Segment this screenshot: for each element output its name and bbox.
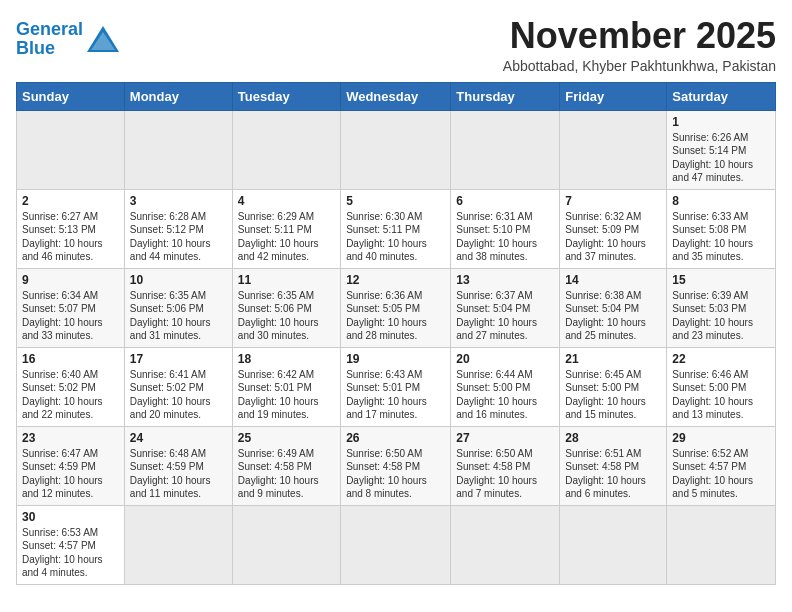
day-number: 3 <box>130 194 227 208</box>
day-info: Sunrise: 6:37 AMSunset: 5:04 PMDaylight:… <box>456 289 554 343</box>
day-info: Sunrise: 6:45 AMSunset: 5:00 PMDaylight:… <box>565 368 661 422</box>
calendar-cell: 28Sunrise: 6:51 AMSunset: 4:58 PMDayligh… <box>560 426 667 505</box>
calendar-cell: 19Sunrise: 6:43 AMSunset: 5:01 PMDayligh… <box>341 347 451 426</box>
day-number: 22 <box>672 352 770 366</box>
day-number: 23 <box>22 431 119 445</box>
calendar-cell: 11Sunrise: 6:35 AMSunset: 5:06 PMDayligh… <box>232 268 340 347</box>
day-number: 14 <box>565 273 661 287</box>
logo-text: GeneralBlue <box>16 19 83 58</box>
weekday-header-friday: Friday <box>560 82 667 110</box>
day-info: Sunrise: 6:34 AMSunset: 5:07 PMDaylight:… <box>22 289 119 343</box>
day-info: Sunrise: 6:39 AMSunset: 5:03 PMDaylight:… <box>672 289 770 343</box>
calendar-cell: 8Sunrise: 6:33 AMSunset: 5:08 PMDaylight… <box>667 189 776 268</box>
day-info: Sunrise: 6:28 AMSunset: 5:12 PMDaylight:… <box>130 210 227 264</box>
day-info: Sunrise: 6:46 AMSunset: 5:00 PMDaylight:… <box>672 368 770 422</box>
calendar-cell: 26Sunrise: 6:50 AMSunset: 4:58 PMDayligh… <box>341 426 451 505</box>
day-info: Sunrise: 6:49 AMSunset: 4:58 PMDaylight:… <box>238 447 335 501</box>
weekday-header-thursday: Thursday <box>451 82 560 110</box>
calendar-cell <box>232 110 340 189</box>
day-info: Sunrise: 6:51 AMSunset: 4:58 PMDaylight:… <box>565 447 661 501</box>
weekday-header-sunday: Sunday <box>17 82 125 110</box>
calendar-cell: 2Sunrise: 6:27 AMSunset: 5:13 PMDaylight… <box>17 189 125 268</box>
day-number: 30 <box>22 510 119 524</box>
calendar-cell <box>451 505 560 584</box>
weekday-header-tuesday: Tuesday <box>232 82 340 110</box>
day-info: Sunrise: 6:30 AMSunset: 5:11 PMDaylight:… <box>346 210 445 264</box>
weekday-header-wednesday: Wednesday <box>341 82 451 110</box>
day-number: 15 <box>672 273 770 287</box>
day-info: Sunrise: 6:41 AMSunset: 5:02 PMDaylight:… <box>130 368 227 422</box>
day-number: 10 <box>130 273 227 287</box>
calendar-cell: 29Sunrise: 6:52 AMSunset: 4:57 PMDayligh… <box>667 426 776 505</box>
calendar-week-6: 30Sunrise: 6:53 AMSunset: 4:57 PMDayligh… <box>17 505 776 584</box>
calendar-cell: 4Sunrise: 6:29 AMSunset: 5:11 PMDaylight… <box>232 189 340 268</box>
calendar-cell <box>17 110 125 189</box>
day-number: 5 <box>346 194 445 208</box>
calendar-week-3: 9Sunrise: 6:34 AMSunset: 5:07 PMDaylight… <box>17 268 776 347</box>
weekday-header-monday: Monday <box>124 82 232 110</box>
calendar-cell <box>341 110 451 189</box>
calendar-cell: 10Sunrise: 6:35 AMSunset: 5:06 PMDayligh… <box>124 268 232 347</box>
calendar-cell: 15Sunrise: 6:39 AMSunset: 5:03 PMDayligh… <box>667 268 776 347</box>
day-number: 16 <box>22 352 119 366</box>
day-number: 20 <box>456 352 554 366</box>
weekday-header-row: SundayMondayTuesdayWednesdayThursdayFrid… <box>17 82 776 110</box>
day-info: Sunrise: 6:40 AMSunset: 5:02 PMDaylight:… <box>22 368 119 422</box>
calendar-cell: 3Sunrise: 6:28 AMSunset: 5:12 PMDaylight… <box>124 189 232 268</box>
day-number: 6 <box>456 194 554 208</box>
day-info: Sunrise: 6:35 AMSunset: 5:06 PMDaylight:… <box>238 289 335 343</box>
day-info: Sunrise: 6:36 AMSunset: 5:05 PMDaylight:… <box>346 289 445 343</box>
calendar-cell <box>124 110 232 189</box>
day-info: Sunrise: 6:47 AMSunset: 4:59 PMDaylight:… <box>22 447 119 501</box>
calendar-week-4: 16Sunrise: 6:40 AMSunset: 5:02 PMDayligh… <box>17 347 776 426</box>
day-number: 18 <box>238 352 335 366</box>
day-number: 12 <box>346 273 445 287</box>
day-info: Sunrise: 6:44 AMSunset: 5:00 PMDaylight:… <box>456 368 554 422</box>
day-info: Sunrise: 6:29 AMSunset: 5:11 PMDaylight:… <box>238 210 335 264</box>
day-number: 13 <box>456 273 554 287</box>
logo: GeneralBlue <box>16 20 121 58</box>
day-number: 7 <box>565 194 661 208</box>
calendar-cell <box>560 110 667 189</box>
calendar-cell: 22Sunrise: 6:46 AMSunset: 5:00 PMDayligh… <box>667 347 776 426</box>
day-number: 11 <box>238 273 335 287</box>
calendar-cell: 6Sunrise: 6:31 AMSunset: 5:10 PMDaylight… <box>451 189 560 268</box>
logo-icon <box>85 24 121 54</box>
calendar-cell <box>560 505 667 584</box>
calendar-cell: 21Sunrise: 6:45 AMSunset: 5:00 PMDayligh… <box>560 347 667 426</box>
month-title: November 2025 <box>503 16 776 56</box>
calendar-week-1: 1Sunrise: 6:26 AMSunset: 5:14 PMDaylight… <box>17 110 776 189</box>
calendar-cell: 1Sunrise: 6:26 AMSunset: 5:14 PMDaylight… <box>667 110 776 189</box>
day-info: Sunrise: 6:50 AMSunset: 4:58 PMDaylight:… <box>346 447 445 501</box>
day-info: Sunrise: 6:53 AMSunset: 4:57 PMDaylight:… <box>22 526 119 580</box>
weekday-header-saturday: Saturday <box>667 82 776 110</box>
calendar-cell: 27Sunrise: 6:50 AMSunset: 4:58 PMDayligh… <box>451 426 560 505</box>
calendar-cell: 24Sunrise: 6:48 AMSunset: 4:59 PMDayligh… <box>124 426 232 505</box>
day-number: 26 <box>346 431 445 445</box>
day-info: Sunrise: 6:48 AMSunset: 4:59 PMDaylight:… <box>130 447 227 501</box>
day-number: 17 <box>130 352 227 366</box>
calendar-cell: 16Sunrise: 6:40 AMSunset: 5:02 PMDayligh… <box>17 347 125 426</box>
calendar-cell: 23Sunrise: 6:47 AMSunset: 4:59 PMDayligh… <box>17 426 125 505</box>
calendar-cell <box>341 505 451 584</box>
day-number: 21 <box>565 352 661 366</box>
day-info: Sunrise: 6:52 AMSunset: 4:57 PMDaylight:… <box>672 447 770 501</box>
calendar-week-2: 2Sunrise: 6:27 AMSunset: 5:13 PMDaylight… <box>17 189 776 268</box>
day-number: 24 <box>130 431 227 445</box>
day-number: 19 <box>346 352 445 366</box>
day-info: Sunrise: 6:50 AMSunset: 4:58 PMDaylight:… <box>456 447 554 501</box>
calendar-cell <box>667 505 776 584</box>
day-info: Sunrise: 6:33 AMSunset: 5:08 PMDaylight:… <box>672 210 770 264</box>
calendar-cell: 14Sunrise: 6:38 AMSunset: 5:04 PMDayligh… <box>560 268 667 347</box>
day-number: 28 <box>565 431 661 445</box>
day-info: Sunrise: 6:27 AMSunset: 5:13 PMDaylight:… <box>22 210 119 264</box>
title-area: November 2025 Abbottabad, Khyber Pakhtun… <box>503 16 776 74</box>
calendar-cell <box>232 505 340 584</box>
day-info: Sunrise: 6:38 AMSunset: 5:04 PMDaylight:… <box>565 289 661 343</box>
subtitle: Abbottabad, Khyber Pakhtunkhwa, Pakistan <box>503 58 776 74</box>
calendar-cell: 17Sunrise: 6:41 AMSunset: 5:02 PMDayligh… <box>124 347 232 426</box>
calendar-cell: 13Sunrise: 6:37 AMSunset: 5:04 PMDayligh… <box>451 268 560 347</box>
day-number: 8 <box>672 194 770 208</box>
day-info: Sunrise: 6:31 AMSunset: 5:10 PMDaylight:… <box>456 210 554 264</box>
calendar-cell: 5Sunrise: 6:30 AMSunset: 5:11 PMDaylight… <box>341 189 451 268</box>
